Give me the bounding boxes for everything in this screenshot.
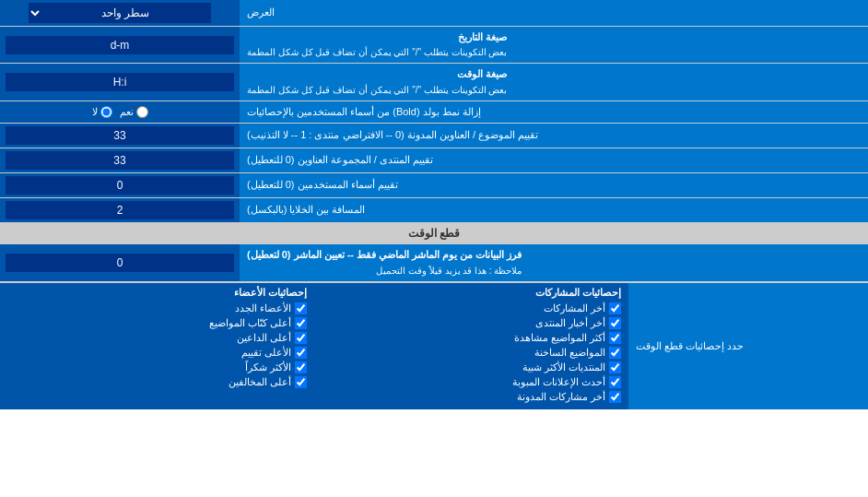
stat-member-1[interactable]: الأعضاء الجدد [7, 302, 307, 314]
stat-member-5[interactable]: الأكثر شكراً [7, 361, 307, 373]
cell-spacing-input[interactable] [6, 201, 234, 219]
stat-member-4-checkbox[interactable] [295, 347, 307, 359]
topic-align-input-cell[interactable] [0, 124, 240, 148]
time-format-row: صيغة الوقت بعض التكوينات يتطلب "/" التي … [0, 64, 868, 101]
stat-member-4[interactable]: الأعلى تقييم [7, 347, 307, 359]
date-format-row: صيغة التاريخ بعض التكوينات يتطلب "/" الت… [0, 27, 868, 64]
time-cut-row: فرز البيانات من يوم الماشر الماضي فقط --… [0, 244, 868, 281]
stat-post-6-label: أحدث الإعلانات المبوبة [512, 376, 605, 388]
bold-remove-label: إزالة نمط بولد (Bold) من أسماء المستخدمي… [240, 101, 868, 123]
stat-post-6-checkbox[interactable] [609, 376, 621, 388]
bold-yes-radio[interactable] [136, 106, 148, 118]
stat-member-2-label: أعلى كتّاب المواضيع [209, 317, 291, 329]
display-format-select[interactable]: سطر واحدسطرينثلاثة أسطر [29, 3, 211, 23]
stat-member-2[interactable]: أعلى كتّاب المواضيع [7, 317, 307, 329]
forum-align-row: تقييم المنتدى / المجموعة العناوين (0 للت… [0, 148, 868, 173]
topic-align-input[interactable] [6, 126, 234, 145]
stat-member-3-label: أعلى الداعين [237, 332, 291, 344]
stats-col-members: إحصائيات الأعضاء الأعضاء الجدد أعلى كتّا… [0, 283, 314, 409]
date-format-input[interactable] [6, 36, 234, 54]
stat-post-2-label: أخر أخبار المنتدى [535, 317, 605, 329]
stat-member-6-label: أعلى المخالفين [229, 376, 291, 388]
cell-spacing-input-cell[interactable] [0, 198, 240, 222]
username-align-input[interactable] [6, 176, 234, 195]
cell-spacing-row: المسافة بين الخلايا (بالبكسل) [0, 198, 868, 223]
stats-col1-title: إحصائيات المشاركات [322, 287, 621, 299]
stat-post-2-checkbox[interactable] [609, 317, 621, 329]
stat-post-7[interactable]: أخر مشاركات المدونة [322, 391, 621, 403]
stat-post-7-checkbox[interactable] [609, 391, 621, 403]
stat-post-5[interactable]: المنتديات الأكثر شبية [322, 361, 621, 373]
stats-columns: إحصائيات المشاركات أخر المشاركات أخر أخب… [0, 283, 628, 409]
topic-align-label: تقييم الموضوع / العناوين المدونة (0 -- ا… [240, 124, 868, 148]
cell-spacing-label: المسافة بين الخلايا (بالبكسل) [240, 198, 868, 222]
stats-col-posts: إحصائيات المشاركات أخر المشاركات أخر أخب… [314, 283, 628, 409]
time-cut-section-header-row: قطع الوقت [0, 223, 868, 244]
username-align-input-cell[interactable] [0, 173, 240, 197]
stat-post-2[interactable]: أخر أخبار المنتدى [322, 317, 621, 329]
display-format-cell[interactable]: سطر واحدسطرينثلاثة أسطر [0, 0, 240, 26]
stat-post-1-checkbox[interactable] [609, 302, 621, 314]
stat-member-6[interactable]: أعلى المخالفين [7, 376, 307, 388]
bold-yes-label[interactable]: نعم [120, 106, 148, 118]
date-format-label: صيغة التاريخ بعض التكوينات يتطلب "/" الت… [240, 27, 868, 63]
time-format-label: صيغة الوقت بعض التكوينات يتطلب "/" التي … [240, 64, 868, 100]
time-cut-input-cell[interactable] [0, 244, 240, 280]
stat-post-3-checkbox[interactable] [609, 332, 621, 344]
stat-post-5-label: المنتديات الأكثر شبية [522, 361, 605, 373]
time-cut-section-header: قطع الوقت [0, 223, 868, 243]
stat-post-3[interactable]: أكثر المواضيع مشاهدة [322, 332, 621, 344]
stats-col2-title: إحصائيات الأعضاء [7, 287, 307, 299]
stat-member-1-checkbox[interactable] [295, 302, 307, 314]
forum-align-label: تقييم المنتدى / المجموعة العناوين (0 للت… [240, 148, 868, 172]
username-align-row: تقييم أسماء المستخدمين (0 للتعطيل) [0, 173, 868, 198]
forum-align-input-cell[interactable] [0, 148, 240, 172]
time-format-input[interactable] [6, 73, 234, 91]
time-cut-label: فرز البيانات من يوم الماشر الماضي فقط --… [240, 244, 868, 280]
stat-post-5-checkbox[interactable] [609, 361, 621, 373]
date-format-input-cell[interactable] [0, 27, 240, 63]
time-format-input-cell[interactable] [0, 64, 240, 100]
stat-post-3-label: أكثر المواضيع مشاهدة [514, 332, 605, 344]
stat-post-4[interactable]: المواضيع الساخنة [322, 347, 621, 359]
time-cut-input[interactable] [6, 254, 234, 272]
stats-section-label: حدد إحصائيات قطع الوقت [628, 283, 868, 409]
topic-align-row: تقييم الموضوع / العناوين المدونة (0 -- ا… [0, 124, 868, 148]
bold-no-radio[interactable] [100, 106, 112, 118]
stat-member-5-label: الأكثر شكراً [245, 361, 291, 373]
stat-member-6-checkbox[interactable] [295, 376, 307, 388]
stat-post-4-label: المواضيع الساخنة [534, 347, 605, 359]
bold-remove-row: إزالة نمط بولد (Bold) من أسماء المستخدمي… [0, 101, 868, 124]
forum-align-input[interactable] [6, 151, 234, 170]
stat-member-1-label: الأعضاء الجدد [235, 302, 291, 314]
stat-post-1[interactable]: أخر المشاركات [322, 302, 621, 314]
stat-post-4-checkbox[interactable] [609, 347, 621, 359]
stat-member-3[interactable]: أعلى الداعين [7, 332, 307, 344]
stat-member-2-checkbox[interactable] [295, 317, 307, 329]
stat-member-4-label: الأعلى تقييم [241, 347, 291, 359]
stat-post-6[interactable]: أحدث الإعلانات المبوبة [322, 376, 621, 388]
stat-post-1-label: أخر المشاركات [544, 302, 605, 314]
stat-post-7-label: أخر مشاركات المدونة [517, 391, 605, 403]
stats-section: حدد إحصائيات قطع الوقت إحصائيات المشاركا… [0, 282, 868, 409]
stat-member-5-checkbox[interactable] [295, 361, 307, 373]
header-label: العرض [240, 0, 868, 26]
bold-no-label[interactable]: لا [92, 106, 112, 118]
stat-member-3-checkbox[interactable] [295, 332, 307, 344]
username-align-label: تقييم أسماء المستخدمين (0 للتعطيل) [240, 173, 868, 197]
bold-remove-radio-cell[interactable]: نعم لا [0, 101, 240, 123]
